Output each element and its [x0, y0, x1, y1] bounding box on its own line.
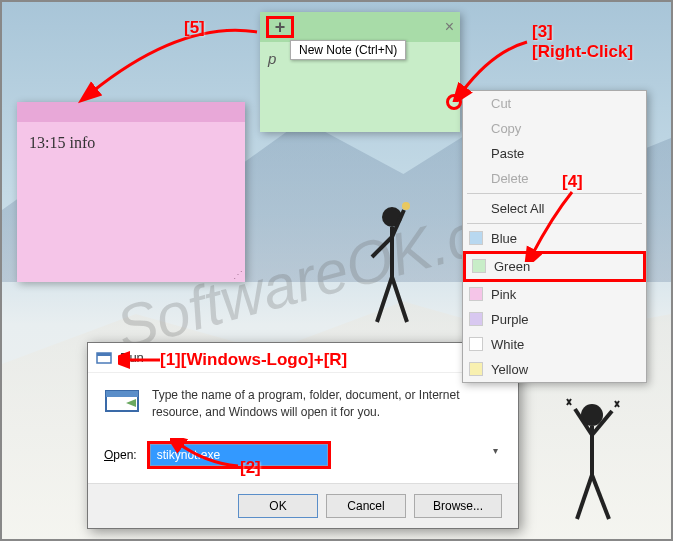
- run-input-row: Open: ▾: [88, 435, 518, 483]
- browse-button[interactable]: Browse...: [414, 494, 502, 518]
- svg-line-8: [377, 277, 392, 322]
- svg-rect-1: [97, 353, 111, 356]
- menu-item-paste[interactable]: Paste: [463, 141, 646, 166]
- menu-color-purple[interactable]: Purple: [463, 307, 646, 332]
- color-swatch-white: [469, 337, 483, 351]
- run-open-label: Open:: [104, 448, 137, 462]
- menu-item-cut: Cut: [463, 91, 646, 116]
- color-swatch-purple: [469, 312, 483, 326]
- svg-line-6: [372, 237, 392, 257]
- close-note-button[interactable]: ×: [445, 18, 454, 36]
- dropdown-arrow-icon[interactable]: ▾: [493, 445, 498, 456]
- color-swatch-pink: [469, 287, 483, 301]
- color-swatch-yellow: [469, 362, 483, 376]
- sticky-note-pink[interactable]: 13:15 info ⋰: [17, 102, 245, 282]
- note-text-char: p: [268, 50, 276, 67]
- run-input-wrapper: ▾: [147, 441, 502, 469]
- run-title-bar[interactable]: Run: [88, 343, 518, 373]
- menu-color-pink[interactable]: Pink: [463, 282, 646, 307]
- run-dialog: Run Type the name of a program, folder, …: [87, 342, 519, 529]
- green-note-header[interactable]: + ×: [260, 12, 460, 42]
- run-button-bar: OK Cancel Browse...: [88, 483, 518, 528]
- context-menu: Cut Copy Paste Delete Select All Blue Gr…: [462, 90, 647, 383]
- menu-color-blue[interactable]: Blue: [463, 226, 646, 251]
- svg-point-10: [402, 202, 410, 210]
- color-swatch-green: [472, 259, 486, 273]
- color-swatch-blue: [469, 231, 483, 245]
- pink-note-header[interactable]: [17, 102, 245, 122]
- menu-color-yellow[interactable]: Yellow: [463, 357, 646, 382]
- stick-figure-icon: [557, 397, 627, 527]
- menu-item-copy: Copy: [463, 116, 646, 141]
- ok-button[interactable]: OK: [238, 494, 318, 518]
- menu-color-green[interactable]: Green: [463, 251, 646, 282]
- resize-handle-icon[interactable]: ⋰: [233, 269, 243, 280]
- svg-line-16: [592, 475, 609, 519]
- new-note-button[interactable]: +: [266, 16, 294, 38]
- run-description: Type the name of a program, folder, docu…: [152, 387, 502, 421]
- cancel-button[interactable]: Cancel: [326, 494, 406, 518]
- pink-note-body[interactable]: 13:15 info: [17, 122, 245, 164]
- menu-separator: [467, 193, 642, 194]
- menu-separator: [467, 223, 642, 224]
- sticky-note-green[interactable]: + × p: [260, 12, 460, 132]
- run-program-icon: [104, 387, 140, 415]
- run-input[interactable]: [150, 444, 328, 466]
- run-body: Type the name of a program, folder, docu…: [88, 373, 518, 435]
- svg-line-9: [392, 277, 407, 322]
- click-marker-icon: [446, 94, 462, 110]
- new-note-tooltip: New Note (Ctrl+N): [290, 40, 406, 60]
- menu-item-select-all[interactable]: Select All: [463, 196, 646, 221]
- run-title: Run: [120, 350, 144, 365]
- svg-rect-3: [106, 391, 138, 397]
- menu-color-white[interactable]: White: [463, 332, 646, 357]
- run-window-icon: [96, 350, 112, 366]
- menu-item-delete: Delete: [463, 166, 646, 191]
- stick-figure-icon: [362, 202, 422, 332]
- svg-line-15: [577, 475, 592, 519]
